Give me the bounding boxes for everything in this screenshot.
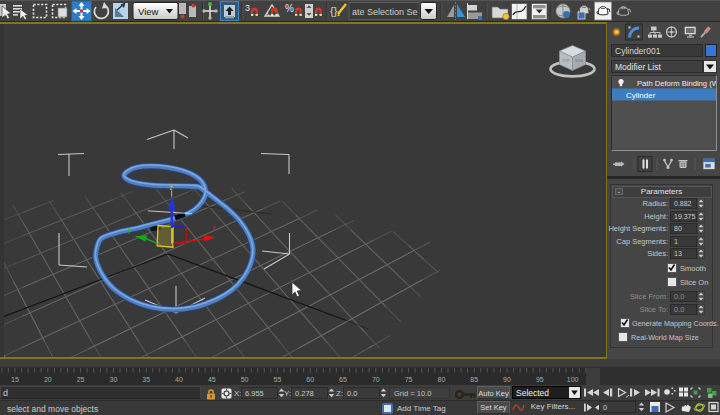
- svg-text:75: 75: [405, 376, 413, 383]
- svg-text:20: 20: [44, 376, 52, 383]
- svg-text:40: 40: [175, 376, 183, 383]
- svg-text:15: 15: [11, 376, 19, 383]
- svg-text:60: 60: [306, 376, 314, 383]
- svg-text:80: 80: [438, 376, 446, 383]
- svg-text:25: 25: [77, 376, 85, 383]
- svg-text:55: 55: [274, 376, 282, 383]
- svg-text:50: 50: [241, 376, 249, 383]
- svg-text:ate Selection Se: ate Selection Se: [352, 7, 418, 17]
- svg-text:SIDE: SIDE: [575, 59, 584, 63]
- svg-text:TOP: TOP: [562, 59, 570, 63]
- svg-text:45: 45: [208, 376, 216, 383]
- svg-text:65: 65: [339, 376, 347, 383]
- svg-text:3: 3: [245, 3, 250, 13]
- svg-text:100: 100: [567, 376, 579, 383]
- svg-text:85: 85: [470, 376, 478, 383]
- svg-text:z: z: [170, 184, 173, 191]
- svg-text:35: 35: [142, 376, 150, 383]
- svg-text:95: 95: [536, 376, 544, 383]
- svg-text:Path Deform Binding (WS: Path Deform Binding (WS: [637, 79, 716, 88]
- svg-text:Cylinder: Cylinder: [626, 91, 656, 100]
- svg-text:{}: {}: [330, 5, 338, 17]
- svg-text:90: 90: [503, 376, 511, 383]
- svg-text:70: 70: [372, 376, 380, 383]
- svg-text:%: %: [285, 3, 294, 14]
- svg-text:View: View: [138, 6, 159, 17]
- svg-text:30: 30: [110, 376, 118, 383]
